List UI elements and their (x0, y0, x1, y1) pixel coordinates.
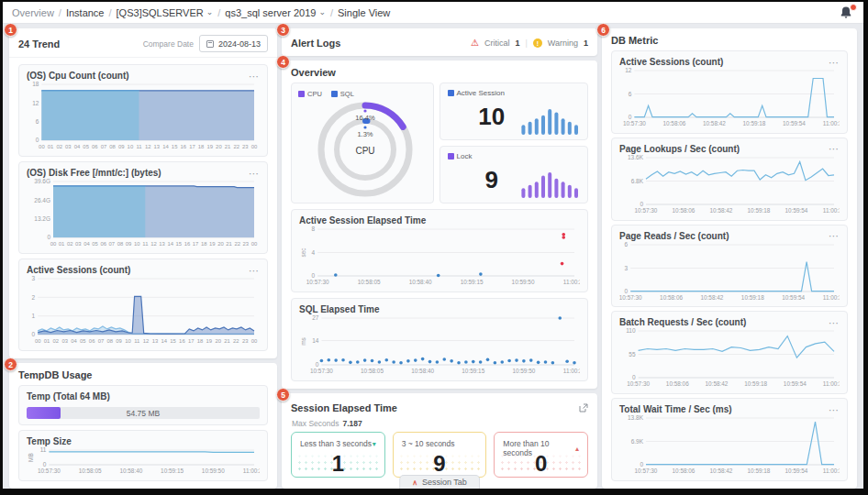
bucket-label: Less than 3 seconds (300, 439, 372, 448)
svg-text:14: 14 (162, 144, 169, 149)
svg-text:11: 11 (134, 338, 139, 344)
svg-text:01: 01 (44, 338, 50, 344)
svg-text:12: 12 (150, 241, 157, 247)
more-menu-icon[interactable]: ⋯ (829, 320, 840, 325)
svg-text:10:58:42: 10:58:42 (710, 207, 733, 214)
svg-text:3: 3 (32, 275, 36, 281)
warning-label[interactable]: Warning (548, 38, 578, 48)
max-seconds-label: Max Seconds (292, 419, 339, 428)
svg-text:18: 18 (197, 338, 204, 344)
svg-text:02: 02 (56, 144, 62, 149)
more-menu-icon[interactable]: ⋯ (829, 60, 840, 65)
chart-title: (OS) Disk Free [/mnt/c:] (bytes) (27, 168, 161, 178)
chart-title: Batch Requests / Sec (count) (619, 317, 746, 327)
chevron-down-icon[interactable]: ⌄ (318, 7, 326, 16)
panel-tempdb-usage: 2 TempDB Usage Temp (Total 64 MB) 54.75 … (9, 363, 277, 489)
svg-text:11: 11 (40, 446, 47, 453)
svg-text:21: 21 (224, 338, 230, 344)
svg-text:10:58:42: 10:58:42 (700, 294, 723, 301)
svg-text:4: 4 (312, 249, 316, 256)
breadcrumb-single-view[interactable]: Single View (338, 7, 390, 18)
cpu-count-chart: 1812600001020304050607080910111213141516… (27, 81, 260, 150)
svg-text:05: 05 (83, 144, 89, 149)
bucket-count: 0 (495, 451, 587, 477)
svg-text:11:00:30: 11:00:30 (823, 468, 840, 474)
svg-text:10:59:15: 10:59:15 (462, 368, 484, 374)
session-tab-button[interactable]: ∧ Session Tab (399, 475, 480, 490)
svg-text:19: 19 (206, 144, 213, 149)
more-menu-icon[interactable]: ⋯ (249, 73, 260, 79)
svg-text:01: 01 (59, 241, 65, 247)
svg-text:20: 20 (217, 241, 224, 247)
more-menu-icon[interactable]: ⋯ (829, 407, 840, 412)
bucket-label: 3 ~ 10 seconds (402, 439, 455, 448)
temp-size-chart: 11010:57:3010:58:0510:58:4010:59:1510:59… (27, 446, 260, 475)
breadcrumb-instance[interactable]: Instance (66, 7, 105, 18)
trend-down-icon: ▾ (373, 440, 376, 448)
svg-text:10:59:15: 10:59:15 (461, 279, 484, 285)
bucket-less-than-3s[interactable]: Less than 3 seconds ▾ 1 (291, 432, 385, 478)
svg-text:10:59:50: 10:59:50 (512, 279, 535, 285)
chart-card-page-reads: Page Reads / Sec (count) ⋯ 63010:57:3010… (611, 225, 848, 308)
chart-card-batch-requests: Batch Requests / Sec (count) ⋯ 11055010:… (611, 311, 848, 394)
page-lookups-chart: 13.6K6.8K010:57:3010:58:0610:58:4210:59:… (619, 154, 840, 214)
more-menu-icon[interactable]: ⋯ (249, 170, 260, 176)
bucket-3-to-10s[interactable]: 3 ~ 10 seconds 9 (393, 432, 487, 478)
svg-text:10:58:05: 10:58:05 (79, 468, 102, 474)
svg-text:20: 20 (215, 338, 221, 344)
critical-label[interactable]: Critical (484, 38, 510, 48)
svg-text:22: 22 (233, 144, 239, 149)
notification-bell-icon[interactable] (840, 6, 854, 20)
svg-text:110: 110 (626, 328, 636, 335)
svg-text:10:58:06: 10:58:06 (662, 120, 685, 126)
svg-text:06: 06 (100, 241, 106, 247)
chart-title: Page Lookups / Sec (count) (619, 144, 740, 154)
chart-card-disk-free: (OS) Disk Free [/mnt/c:] (bytes) ⋯ 39.6G… (18, 161, 268, 254)
svg-text:27: 27 (312, 314, 319, 321)
more-menu-icon[interactable]: ⋯ (829, 146, 840, 151)
more-menu-icon[interactable]: ⋯ (829, 233, 840, 238)
disk-free-chart: 39.6G26.4G13.2G0000102030405060708091011… (27, 178, 260, 248)
open-in-new-icon[interactable] (579, 400, 588, 416)
lock-stat-card[interactable]: Lock 9 (440, 146, 588, 204)
calendar-icon (206, 40, 214, 48)
svg-text:MB: MB (28, 453, 34, 462)
chart-title: Page Reads / Sec (count) (619, 231, 729, 241)
svg-text:10:57:30: 10:57:30 (619, 294, 642, 301)
svg-text:10:58:40: 10:58:40 (411, 368, 434, 374)
panel-title: Session Elapsed Time (291, 402, 397, 413)
svg-text:15: 15 (176, 241, 183, 247)
svg-text:09: 09 (126, 241, 132, 247)
svg-text:17: 17 (193, 241, 199, 247)
panel-overview: 4 Overview CPU SQL 16.4%1.3%CPU (282, 60, 597, 389)
panel-title: Overview (291, 67, 336, 78)
svg-text:1.3%: 1.3% (357, 130, 373, 138)
svg-text:22: 22 (234, 241, 240, 247)
page-reads-chart: 63010:57:3010:58:0610:58:4210:59:1810:59… (619, 241, 840, 302)
svg-text:21: 21 (225, 144, 231, 149)
chart-card-total-wait: Total Wait Time / Sec (ms) ⋯ 13.8K6.9K01… (611, 398, 848, 481)
session-buckets: Less than 3 seconds ▾ 1 3 ~ 10 seconds (291, 432, 588, 481)
more-menu-icon[interactable]: ⋯ (249, 268, 260, 273)
chevron-down-icon[interactable]: ⌄ (206, 7, 214, 16)
svg-text:23: 23 (243, 241, 250, 247)
bucket-more-than-10s[interactable]: More than 10 seconds ▴ 0 (494, 432, 588, 478)
compare-date-input[interactable]: 2024-08-13 (199, 35, 268, 52)
svg-text:13.6K: 13.6K (628, 154, 644, 160)
active-session-sparkline (514, 105, 580, 135)
breadcrumb-overview[interactable]: Overview (12, 7, 54, 18)
step-badge-4: 4 (276, 55, 290, 69)
critical-alert-icon: ⚠ (471, 38, 479, 48)
active-session-stat-card[interactable]: Active Session 10 (440, 82, 588, 140)
compare-date-value: 2024-08-13 (218, 39, 261, 49)
svg-text:00: 00 (39, 144, 45, 149)
svg-text:00: 00 (251, 144, 258, 149)
breadcrumb-separator: / (330, 7, 333, 18)
breadcrumb: Overview / Instance / [QS3]SQLSERVER ⌄ /… (3, 2, 863, 24)
warning-alert-icon: ! (533, 38, 542, 48)
active-sessions-trend-chart: 3210000102030405060708091011121314151617… (27, 275, 260, 345)
svg-text:00: 00 (35, 338, 41, 344)
breadcrumb-database-select[interactable]: qs3_sql server 2019 (225, 7, 316, 18)
breadcrumb-separator: / (109, 7, 112, 18)
breadcrumb-server-select[interactable]: [QS3]SQLSERVER (117, 7, 204, 18)
